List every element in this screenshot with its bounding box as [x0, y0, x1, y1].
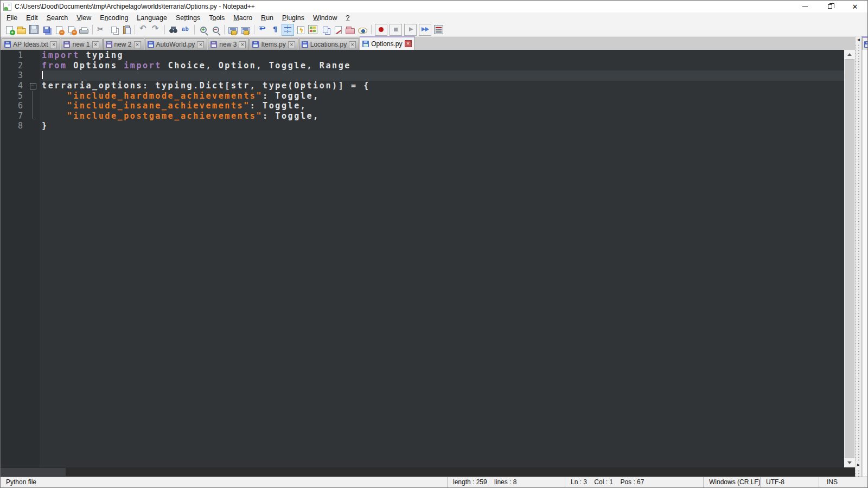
code-line-3[interactable] — [42, 70, 844, 81]
document-map-button[interactable] — [307, 24, 319, 36]
macro-record-button[interactable] — [375, 24, 387, 36]
horizontal-scrollbar-thumb[interactable] — [1, 468, 66, 476]
fold-margin[interactable] — [28, 50, 40, 467]
menu-encoding[interactable]: Encoding — [95, 13, 132, 23]
code-line-8[interactable]: } — [42, 121, 844, 131]
menu-file[interactable]: File — [2, 13, 22, 23]
close-tab-icon[interactable]: ✕ — [239, 41, 246, 48]
minimize-icon — [802, 7, 808, 7]
tab-new-1[interactable]: new 1✕ — [61, 38, 102, 50]
close-tab-icon[interactable]: ✕ — [134, 41, 141, 48]
status-encoding[interactable]: UTF-8 — [760, 477, 819, 487]
horizontal-scrollbar[interactable] — [1, 467, 855, 477]
restore-button[interactable] — [818, 1, 843, 12]
undo-button[interactable] — [137, 24, 150, 36]
menu-window[interactable]: Window — [309, 13, 341, 23]
menu-view[interactable]: View — [72, 13, 95, 23]
vertical-scrollbar-thumb[interactable] — [845, 59, 854, 458]
tab-new-2[interactable]: new 2✕ — [103, 38, 144, 50]
save-button[interactable] — [28, 24, 40, 36]
zoom-out-button[interactable] — [209, 24, 222, 36]
document-list-button[interactable] — [319, 24, 331, 36]
show-all-characters-button[interactable] — [269, 24, 282, 36]
redo-button[interactable] — [150, 24, 162, 36]
code-line-4[interactable]: terraria_options: typing.Dict[str, type(… — [42, 81, 844, 91]
close-button[interactable]: ✕ — [843, 1, 867, 12]
macro-play-button[interactable] — [404, 24, 417, 36]
new-file-button[interactable] — [3, 24, 15, 36]
toolbar-separator — [92, 25, 93, 34]
vertical-scrollbar[interactable] — [844, 50, 855, 467]
show-all-characters-icon — [271, 25, 280, 34]
copy-button[interactable] — [107, 24, 120, 36]
menu-language[interactable]: Language — [132, 13, 171, 23]
save-all-button[interactable] — [40, 24, 53, 36]
code-line-1[interactable]: import typing — [42, 50, 844, 61]
status-insert-mode[interactable]: INS — [819, 477, 867, 487]
replace-button[interactable] — [180, 24, 192, 36]
close-all-button[interactable] — [65, 24, 78, 36]
tab-locations-py[interactable]: Locations.py✕ — [299, 38, 359, 50]
print-button[interactable] — [78, 24, 90, 36]
user-defined-dialog-button[interactable] — [294, 24, 307, 36]
menu-edit[interactable]: Edit — [22, 13, 42, 23]
paste-button[interactable] — [120, 24, 132, 36]
folder-as-workspace-button[interactable] — [344, 24, 356, 36]
undo-icon — [139, 25, 148, 34]
open-button[interactable] — [15, 24, 28, 36]
menu-search[interactable]: Search — [42, 13, 73, 23]
macro-save-button[interactable] — [432, 24, 445, 36]
code-editor[interactable]: 12345678 import typingfrom Options impor… — [1, 50, 855, 467]
monitoring-button[interactable] — [356, 24, 369, 36]
word-wrap-button[interactable] — [257, 24, 269, 36]
function-list-button[interactable] — [331, 24, 344, 36]
main-area: AP Ideas.txt✕new 1✕new 2✕AutoWorld.py✕ne… — [1, 36, 867, 477]
sync-vertical-button[interactable] — [227, 24, 239, 36]
tab-new-3[interactable]: new 3✕ — [208, 38, 249, 50]
menu-tools[interactable]: Tools — [205, 13, 229, 23]
splitter-collapse-right-icon[interactable]: ► — [856, 461, 861, 469]
save-icon — [29, 25, 39, 34]
scroll-down-icon[interactable] — [844, 458, 855, 467]
app-icon — [3, 3, 11, 11]
line-number: 1 — [1, 50, 23, 61]
sync-horizontal-button[interactable] — [239, 24, 252, 36]
secondary-view-tab-fragment[interactable] — [862, 36, 867, 50]
text-caret — [42, 71, 43, 79]
show-indent-guide-button[interactable] — [282, 24, 294, 36]
close-button[interactable] — [53, 24, 65, 36]
code-line-5[interactable]: "include_hardmode_achievements": Toggle, — [42, 91, 844, 101]
minimize-button[interactable] — [793, 1, 818, 12]
close-tab-icon[interactable]: ✕ — [92, 41, 99, 48]
code-line-7[interactable]: "include_postgame_achievements": Toggle, — [42, 111, 844, 121]
view-splitter[interactable]: ◄ ► — [855, 36, 862, 477]
code-text-area[interactable]: import typingfrom Options import Choice,… — [40, 50, 844, 467]
zoom-in-button[interactable] — [197, 24, 209, 36]
scroll-up-icon[interactable] — [844, 50, 855, 59]
menu-settings[interactable]: Settings — [171, 13, 205, 23]
close-icon — [56, 26, 62, 34]
tab-options-py[interactable]: Options.py✕ — [360, 36, 414, 50]
code-line-6[interactable]: "include_insane_achievements": Toggle, — [42, 101, 844, 111]
close-tab-icon[interactable]: ✕ — [349, 41, 356, 48]
menu-plugins[interactable]: Plugins — [278, 13, 309, 23]
macro-stop-button[interactable] — [390, 24, 402, 36]
close-tab-icon[interactable]: ✕ — [405, 40, 412, 47]
tab-ap-ideas-txt[interactable]: AP Ideas.txt✕ — [2, 38, 60, 50]
tab-items-py[interactable]: Items.py✕ — [250, 38, 298, 50]
close-tab-icon[interactable]: ✕ — [288, 41, 295, 48]
splitter-collapse-left-icon[interactable]: ◄ — [856, 36, 861, 44]
menu-help[interactable]: ? — [342, 13, 354, 23]
close-tab-icon[interactable]: ✕ — [50, 41, 57, 48]
fold-margin-cell — [28, 50, 40, 61]
menu-macro[interactable]: Macro — [229, 13, 257, 23]
fold-collapse-icon[interactable] — [28, 81, 40, 91]
status-eol-format[interactable]: Windows (CR LF) — [703, 477, 760, 487]
tab-autoworld-py[interactable]: AutoWorld.py✕ — [145, 38, 208, 50]
close-tab-icon[interactable]: ✕ — [197, 41, 204, 48]
macro-run-multiple-button[interactable] — [419, 24, 431, 36]
menu-run[interactable]: Run — [257, 13, 278, 23]
find-button[interactable] — [167, 24, 180, 36]
code-line-2[interactable]: from Options import Choice, Option, Togg… — [42, 61, 844, 71]
cut-button[interactable] — [95, 24, 107, 36]
